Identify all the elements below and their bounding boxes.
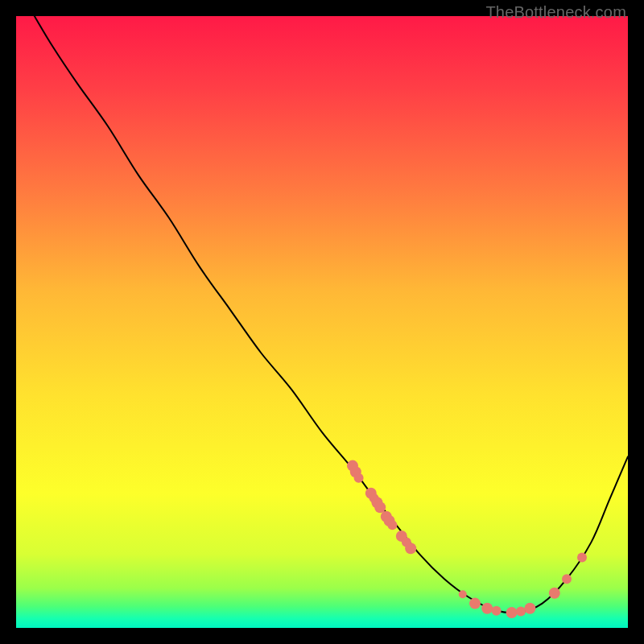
data-points-group	[347, 460, 587, 618]
data-point	[374, 502, 386, 513]
data-point	[516, 606, 526, 616]
data-point	[562, 574, 572, 584]
data-point	[549, 588, 560, 599]
data-point	[405, 543, 416, 554]
watermark-text: TheBottleneck.com	[485, 3, 626, 22]
bottleneck-curve	[35, 16, 628, 613]
data-point	[524, 603, 535, 614]
chart-svg	[16, 16, 628, 628]
data-point	[492, 606, 502, 616]
data-point	[577, 553, 587, 563]
plot-area	[16, 16, 628, 628]
chart-container: TheBottleneck.com	[0, 0, 644, 644]
data-point	[469, 598, 481, 609]
data-point	[481, 603, 493, 614]
data-point	[459, 590, 467, 598]
data-point	[506, 607, 518, 618]
data-point	[354, 473, 364, 483]
data-point	[387, 520, 397, 530]
